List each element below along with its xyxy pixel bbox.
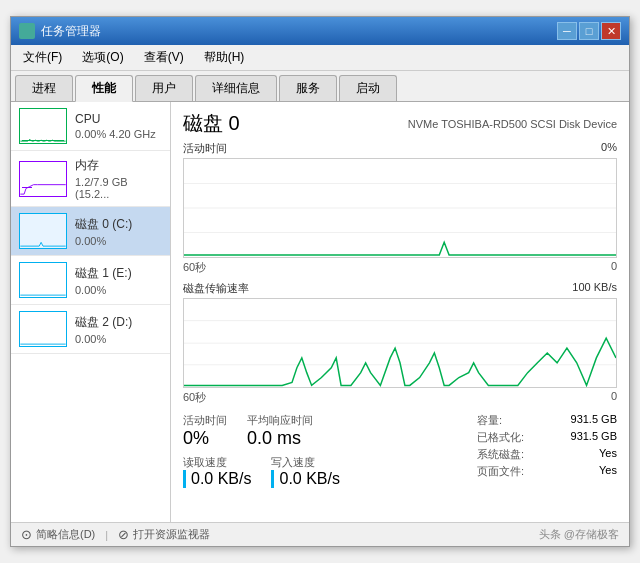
disk0-thumbnail bbox=[19, 213, 67, 249]
summary-button[interactable]: ⊙ 简略信息(D) bbox=[21, 527, 95, 542]
stats-right: 容量: 931.5 GB 已格式化: 931.5 GB 系统磁盘: Yes 页面… bbox=[477, 413, 617, 488]
summary-label: 简略信息(D) bbox=[36, 527, 95, 542]
task-manager-window: 任务管理器 ─ □ ✕ 文件(F) 选项(O) 查看(V) 帮助(H) 进程 性… bbox=[10, 16, 630, 547]
disk1-info: 磁盘 1 (E:) 0.00% bbox=[75, 265, 162, 296]
formatted-value: 931.5 GB bbox=[553, 430, 617, 445]
minimize-button[interactable]: ─ bbox=[557, 22, 577, 40]
footer-left: ⊙ 简略信息(D) | ⊘ 打开资源监视器 bbox=[21, 527, 210, 542]
chart2-label: 磁盘传输速率 bbox=[183, 281, 249, 296]
cpu-thumbnail bbox=[19, 108, 67, 144]
tabs-bar: 进程 性能 用户 详细信息 服务 启动 bbox=[11, 71, 629, 102]
chart1-right: 0% bbox=[601, 141, 617, 156]
chart2-bottom-left: 60秒 bbox=[183, 390, 206, 405]
disk0-value: 0.00% bbox=[75, 235, 162, 247]
formatted-label: 已格式化: bbox=[477, 430, 541, 445]
activity-stat: 活动时间 0% bbox=[183, 413, 227, 449]
response-stat: 平均响应时间 0.0 ms bbox=[247, 413, 313, 449]
main-panel: 磁盘 0 NVMe TOSHIBA-RD500 SCSI Disk Device… bbox=[171, 102, 629, 522]
cpu-label: CPU bbox=[75, 112, 162, 126]
disk2-info: 磁盘 2 (D:) 0.00% bbox=[75, 314, 162, 345]
activity-label: 活动时间 bbox=[183, 413, 227, 428]
disk1-thumbnail bbox=[19, 262, 67, 298]
pagefile-value: Yes bbox=[553, 464, 617, 479]
disk2-label: 磁盘 2 (D:) bbox=[75, 314, 162, 331]
activity-value: 0% bbox=[183, 428, 227, 449]
cpu-value: 0.00% 4.20 GHz bbox=[75, 128, 162, 140]
activity-chart bbox=[183, 158, 617, 258]
read-value: 0.0 KB/s bbox=[183, 470, 251, 488]
monitor-icon: ⊘ bbox=[118, 527, 129, 542]
transfer-chart-section: 磁盘传输速率 100 KB/s 60秒 0 bbox=[183, 281, 617, 405]
mem-label: 内存 bbox=[75, 157, 162, 174]
watermark: 头条 @存储极客 bbox=[539, 527, 619, 542]
monitor-label: 打开资源监视器 bbox=[133, 527, 210, 542]
app-icon bbox=[19, 23, 35, 39]
disk0-info: 磁盘 0 (C:) 0.00% bbox=[75, 216, 162, 247]
transfer-chart bbox=[183, 298, 617, 388]
disk0-label: 磁盘 0 (C:) bbox=[75, 216, 162, 233]
chart2-bottom: 60秒 0 bbox=[183, 390, 617, 405]
chart2-right: 100 KB/s bbox=[572, 281, 617, 296]
tab-users[interactable]: 用户 bbox=[135, 75, 193, 101]
content-area: CPU 0.00% 4.20 GHz 内存 1.2/7.9 GB (15.2..… bbox=[11, 102, 629, 522]
footer-sep: | bbox=[105, 529, 108, 541]
sidebar-item-cpu[interactable]: CPU 0.00% 4.20 GHz bbox=[11, 102, 170, 151]
activity-chart-section: 活动时间 0% 60秒 0 bbox=[183, 141, 617, 275]
cpu-info: CPU 0.00% 4.20 GHz bbox=[75, 112, 162, 140]
window-title: 任务管理器 bbox=[41, 23, 101, 40]
disk-title: 磁盘 0 bbox=[183, 110, 240, 137]
disk-subtitle: NVMe TOSHIBA-RD500 SCSI Disk Device bbox=[408, 118, 617, 130]
title-bar-left: 任务管理器 bbox=[19, 23, 101, 40]
mem-value: 1.2/7.9 GB (15.2... bbox=[75, 176, 162, 200]
write-stat: 写入速度 0.0 KB/s bbox=[271, 455, 339, 488]
capacity-value: 931.5 GB bbox=[553, 413, 617, 428]
sidebar-item-disk0[interactable]: 磁盘 0 (C:) 0.00% bbox=[11, 207, 170, 256]
mem-info: 内存 1.2/7.9 GB (15.2... bbox=[75, 157, 162, 200]
disk2-thumbnail bbox=[19, 311, 67, 347]
disk1-value: 0.00% bbox=[75, 284, 162, 296]
read-label: 读取速度 bbox=[183, 455, 251, 470]
read-stat: 读取速度 0.0 KB/s bbox=[183, 455, 251, 488]
tab-process[interactable]: 进程 bbox=[15, 75, 73, 101]
title-controls: ─ □ ✕ bbox=[557, 22, 621, 40]
menu-options[interactable]: 选项(O) bbox=[74, 47, 131, 68]
menu-view[interactable]: 查看(V) bbox=[136, 47, 192, 68]
main-header: 磁盘 0 NVMe TOSHIBA-RD500 SCSI Disk Device bbox=[183, 110, 617, 137]
tab-performance[interactable]: 性能 bbox=[75, 75, 133, 102]
menu-file[interactable]: 文件(F) bbox=[15, 47, 70, 68]
footer: ⊙ 简略信息(D) | ⊘ 打开资源监视器 头条 @存储极客 bbox=[11, 522, 629, 546]
chart1-label-row: 活动时间 0% bbox=[183, 141, 617, 156]
chart1-bottom: 60秒 0 bbox=[183, 260, 617, 275]
summary-icon: ⊙ bbox=[21, 527, 32, 542]
chart2-label-row: 磁盘传输速率 100 KB/s bbox=[183, 281, 617, 296]
chart1-bottom-right: 0 bbox=[611, 260, 617, 275]
chart1-label: 活动时间 bbox=[183, 141, 227, 156]
disk2-value: 0.00% bbox=[75, 333, 162, 345]
system-label: 系统磁盘: bbox=[477, 447, 541, 462]
chart1-bottom-left: 60秒 bbox=[183, 260, 206, 275]
menu-help[interactable]: 帮助(H) bbox=[196, 47, 253, 68]
mem-thumbnail bbox=[19, 161, 67, 197]
stats-left: 活动时间 0% 平均响应时间 0.0 ms 读取速度 0.0 KB/s bbox=[183, 413, 461, 488]
sidebar: CPU 0.00% 4.20 GHz 内存 1.2/7.9 GB (15.2..… bbox=[11, 102, 171, 522]
tab-services[interactable]: 服务 bbox=[279, 75, 337, 101]
pagefile-label: 页面文件: bbox=[477, 464, 541, 479]
tab-details[interactable]: 详细信息 bbox=[195, 75, 277, 101]
close-button[interactable]: ✕ bbox=[601, 22, 621, 40]
sidebar-item-memory[interactable]: 内存 1.2/7.9 GB (15.2... bbox=[11, 151, 170, 207]
chart2-bottom-right: 0 bbox=[611, 390, 617, 405]
tab-startup[interactable]: 启动 bbox=[339, 75, 397, 101]
title-bar: 任务管理器 ─ □ ✕ bbox=[11, 17, 629, 45]
write-value: 0.0 KB/s bbox=[271, 470, 339, 488]
maximize-button[interactable]: □ bbox=[579, 22, 599, 40]
capacity-label: 容量: bbox=[477, 413, 541, 428]
disk1-label: 磁盘 1 (E:) bbox=[75, 265, 162, 282]
sidebar-item-disk1[interactable]: 磁盘 1 (E:) 0.00% bbox=[11, 256, 170, 305]
response-label: 平均响应时间 bbox=[247, 413, 313, 428]
system-value: Yes bbox=[553, 447, 617, 462]
menubar: 文件(F) 选项(O) 查看(V) 帮助(H) bbox=[11, 45, 629, 71]
sidebar-item-disk2[interactable]: 磁盘 2 (D:) 0.00% bbox=[11, 305, 170, 354]
response-value: 0.0 ms bbox=[247, 428, 313, 449]
write-label: 写入速度 bbox=[271, 455, 339, 470]
monitor-button[interactable]: ⊘ 打开资源监视器 bbox=[118, 527, 210, 542]
